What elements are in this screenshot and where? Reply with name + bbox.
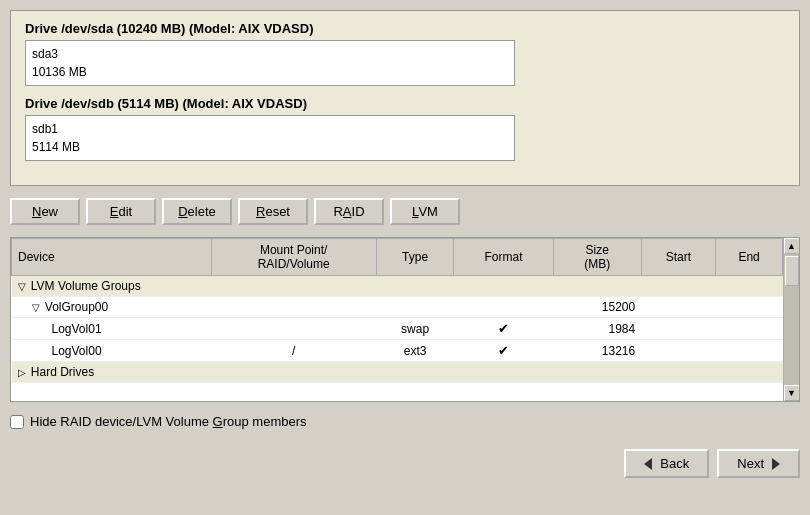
logvol00-type: ext3: [376, 340, 454, 362]
hide-members-row: Hide RAID device/LVM Volume Group member…: [10, 410, 800, 433]
drive-info-panel: Drive /dev/sda (10240 MB) (Model: AIX VD…: [10, 10, 800, 186]
drive1-label: Drive /dev/sda (10240 MB) (Model: AIX VD…: [25, 21, 785, 36]
toolbar: New Edit Delete Reset RAID LVM: [10, 194, 800, 229]
expand-icon: ▽: [18, 281, 26, 292]
drive1-box: sda3 10136 MB: [25, 40, 515, 86]
hide-members-checkbox[interactable]: [10, 415, 24, 429]
volgroup-end: [716, 297, 783, 318]
volgroup-size: 15200: [553, 297, 641, 318]
table-row[interactable]: ▷ Hard Drives: [12, 362, 783, 383]
col-type: Type: [376, 239, 454, 276]
drive1-line1: sda3: [32, 45, 508, 63]
volgroup-device: ▽ VolGroup00: [12, 297, 212, 318]
volgroup-type: [376, 297, 454, 318]
check-icon: ✔: [498, 321, 509, 336]
section-lvm: ▽ LVM Volume Groups: [12, 276, 783, 297]
next-button[interactable]: Next: [717, 449, 800, 478]
next-arrow-icon: [772, 458, 780, 470]
scrollbar-track[interactable]: [784, 254, 799, 385]
logvol00-start: [641, 340, 715, 362]
raid-button[interactable]: RAID: [314, 198, 384, 225]
logvol01-format: ✔: [454, 318, 553, 340]
scroll-down-button[interactable]: ▼: [784, 385, 800, 401]
logvol00-format: ✔: [454, 340, 553, 362]
logvol00-size: 13216: [553, 340, 641, 362]
table-row[interactable]: LogVol01 swap ✔ 1984: [12, 318, 783, 340]
drive1-line2: 10136 MB: [32, 63, 508, 81]
logvol01-size: 1984: [553, 318, 641, 340]
edit-button[interactable]: Edit: [86, 198, 156, 225]
back-label: Back: [660, 456, 689, 471]
drive2-line1: sdb1: [32, 120, 508, 138]
col-size: Size(MB): [553, 239, 641, 276]
next-label: Next: [737, 456, 764, 471]
expand-icon: ▽: [32, 302, 40, 313]
scrollbar-thumb[interactable]: [785, 256, 799, 286]
hide-members-label: Hide RAID device/LVM Volume Group member…: [30, 414, 307, 429]
volgroup-start: [641, 297, 715, 318]
partition-table: Device Mount Point/RAID/Volume Type Form…: [11, 238, 783, 383]
logvol01-start: [641, 318, 715, 340]
drive2-line2: 5114 MB: [32, 138, 508, 156]
partition-table-wrapper: Device Mount Point/RAID/Volume Type Form…: [10, 237, 800, 402]
scroll-up-button[interactable]: ▲: [784, 238, 800, 254]
drive2-box: sdb1 5114 MB: [25, 115, 515, 161]
collapse-icon: ▷: [18, 367, 26, 378]
logvol01-mount: [211, 318, 376, 340]
logvol01-type: swap: [376, 318, 454, 340]
col-device: Device: [12, 239, 212, 276]
logvol00-mount: /: [211, 340, 376, 362]
lvm-button[interactable]: LVM: [390, 198, 460, 225]
logvol01-end: [716, 318, 783, 340]
table-row[interactable]: ▽ VolGroup00 15200: [12, 297, 783, 318]
new-button[interactable]: New: [10, 198, 80, 225]
delete-button[interactable]: Delete: [162, 198, 232, 225]
section-harddrives: ▷ Hard Drives: [12, 362, 783, 383]
volgroup-format: [454, 297, 553, 318]
back-arrow-icon: [644, 458, 652, 470]
col-mountpoint: Mount Point/RAID/Volume: [211, 239, 376, 276]
col-end: End: [716, 239, 783, 276]
reset-button[interactable]: Reset: [238, 198, 308, 225]
table-row[interactable]: LogVol00 / ext3 ✔ 13216: [12, 340, 783, 362]
check-icon: ✔: [498, 343, 509, 358]
table-inner[interactable]: Device Mount Point/RAID/Volume Type Form…: [11, 238, 783, 401]
logvol01-device: LogVol01: [12, 318, 212, 340]
col-start: Start: [641, 239, 715, 276]
table-row[interactable]: ▽ LVM Volume Groups: [12, 276, 783, 297]
drive2-label: Drive /dev/sdb (5114 MB) (Model: AIX VDA…: [25, 96, 785, 111]
back-button[interactable]: Back: [624, 449, 709, 478]
main-container: Drive /dev/sda (10240 MB) (Model: AIX VD…: [10, 10, 800, 478]
col-format: Format: [454, 239, 553, 276]
bottom-bar: Back Next: [10, 441, 800, 478]
scrollbar[interactable]: ▲ ▼: [783, 238, 799, 401]
logvol00-end: [716, 340, 783, 362]
logvol00-device: LogVol00: [12, 340, 212, 362]
volgroup-mount: [211, 297, 376, 318]
